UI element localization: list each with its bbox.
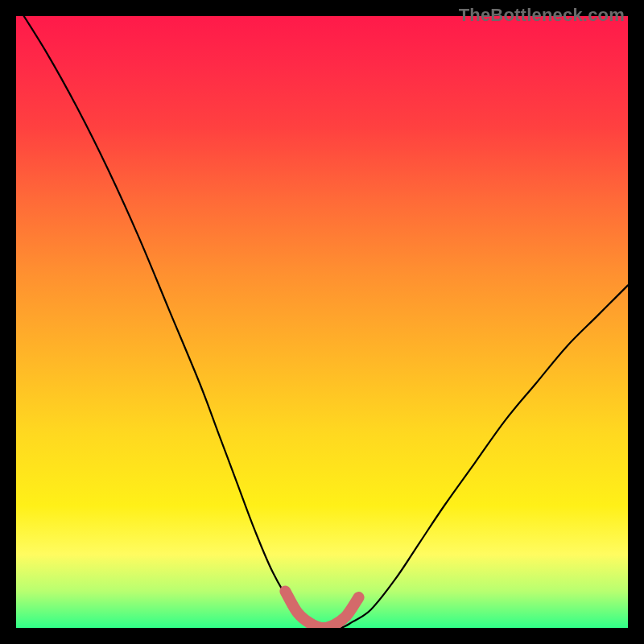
plot-area [16,16,628,628]
optimal-band [285,591,358,628]
curve-svg [16,16,628,628]
chart-frame: TheBottleneck.com [0,0,644,644]
watermark-text: TheBottleneck.com [459,5,625,26]
bottleneck-curve [16,16,628,628]
